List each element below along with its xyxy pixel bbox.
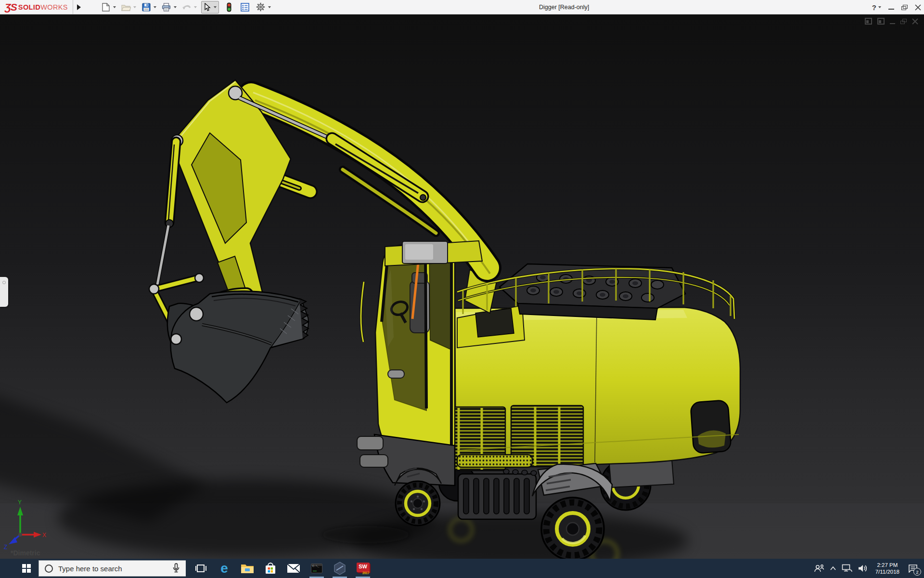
minimize-button[interactable] <box>888 9 894 10</box>
windows-taskbar: Type here to search e <box>0 559 924 578</box>
select-tool-dropdown[interactable] <box>214 6 217 8</box>
bucket-link-pin <box>171 334 181 344</box>
document-close-button[interactable] <box>912 18 918 25</box>
print-icon <box>162 3 171 12</box>
print-button[interactable] <box>161 1 172 13</box>
new-document-button[interactable] <box>100 1 112 13</box>
cortana-icon <box>45 565 53 573</box>
file-properties-icon <box>241 3 249 12</box>
restore-button[interactable] <box>901 5 908 10</box>
save-button[interactable] <box>141 1 152 13</box>
print-dropdown[interactable] <box>174 6 177 8</box>
volume-button[interactable] <box>858 559 868 578</box>
select-cursor-icon <box>204 3 211 12</box>
taskbar-app-file-explorer[interactable] <box>236 559 259 578</box>
task-view-icon <box>195 564 207 573</box>
open-button[interactable] <box>120 1 132 13</box>
front-left-wheel[interactable] <box>396 481 440 525</box>
mail-icon <box>287 564 300 573</box>
triad-x-label: X <box>42 532 46 539</box>
taskbar-app-store[interactable] <box>259 559 282 578</box>
document-minimize-button[interactable] <box>890 23 895 24</box>
close-button[interactable] <box>915 4 921 11</box>
upper-body[interactable] <box>436 305 740 471</box>
chevron-up-icon <box>830 566 836 571</box>
taskbar-app-command-prompt[interactable]: C:\_ <box>305 559 328 578</box>
network-icon <box>842 564 852 573</box>
titlebar: ƷS SOLID WORKS <box>0 0 924 14</box>
solidworks-logo: ƷS SOLID WORKS <box>0 0 73 14</box>
select-tool-button[interactable] <box>201 1 219 13</box>
tray-date: 7/11/2018 <box>875 568 899 575</box>
people-button[interactable] <box>814 559 824 578</box>
clock[interactable]: 2:27 PM 7/11/2018 <box>873 562 901 575</box>
new-document-dropdown[interactable] <box>113 6 116 8</box>
edge-icon: e <box>217 561 231 576</box>
help-button[interactable]: ? <box>872 3 881 12</box>
start-button[interactable] <box>0 559 38 578</box>
view-orientation-label: *Dimetric <box>11 549 40 557</box>
new-document-icon <box>102 3 110 12</box>
options-gear-icon <box>256 2 265 12</box>
help-dropdown[interactable] <box>878 6 881 8</box>
bucket[interactable] <box>171 291 308 403</box>
rear-window <box>690 400 731 453</box>
flyout-expand-icon <box>2 281 6 284</box>
solidworks-logo-glyph: ƷS <box>5 1 17 13</box>
save-floppy-icon <box>142 3 151 12</box>
tray-overflow-button[interactable] <box>830 559 836 578</box>
graphics-viewport[interactable]: X Y Z *Dimetric <box>0 14 924 559</box>
system-tray: 2:27 PM 7/11/2018 2 <box>814 559 924 578</box>
model-canvas[interactable]: X Y Z <box>0 14 924 559</box>
file-explorer-icon <box>241 563 254 574</box>
perforated-step <box>457 455 532 467</box>
rebuild-button[interactable] <box>223 1 235 13</box>
command-prompt-icon: C:\_ <box>311 564 322 573</box>
tray-time: 2:27 PM <box>875 562 899 568</box>
feature-tree-flyout-tab[interactable] <box>0 277 8 307</box>
task-view-button[interactable] <box>190 559 213 578</box>
window-icon[interactable] <box>877 18 885 25</box>
document-restore-button[interactable] <box>900 19 907 24</box>
network-button[interactable] <box>842 559 852 578</box>
options-button[interactable] <box>255 1 267 13</box>
speaker-icon <box>858 564 868 573</box>
solidworks-2017-icon: SW 2017 <box>357 563 370 574</box>
front-right-wheel[interactable] <box>541 498 604 559</box>
store-icon <box>264 562 277 575</box>
standard-toolbar <box>100 1 275 13</box>
hexagon-app-icon <box>334 562 346 575</box>
document-window-controls <box>865 18 918 25</box>
taskbar-app-solidworks[interactable]: SW 2017 <box>351 559 374 578</box>
taskbar-app-edge[interactable]: e <box>213 559 236 578</box>
bucket-pivot-pin <box>190 307 203 321</box>
save-dropdown[interactable] <box>154 6 156 8</box>
notification-badge: 2 <box>913 568 921 576</box>
svg-text:e: e <box>220 561 228 576</box>
new-window-icon[interactable] <box>865 18 872 25</box>
taskbar-app-hexagon[interactable] <box>328 559 351 578</box>
undo-dropdown <box>194 6 197 8</box>
open-folder-icon <box>121 3 131 11</box>
search-placeholder: Type here to search <box>58 565 172 573</box>
undo-arrow-icon <box>182 3 192 11</box>
triad-y-label: Y <box>18 499 22 506</box>
people-icon <box>814 564 824 573</box>
options-dropdown[interactable] <box>268 6 271 8</box>
windows-logo-icon <box>22 564 31 573</box>
undo-button <box>181 1 192 13</box>
taskbar-app-mail[interactable] <box>282 559 305 578</box>
action-center-button[interactable]: 2 <box>907 559 919 578</box>
stick-cylinder <box>157 142 176 287</box>
door-handle <box>388 370 404 378</box>
microphone-icon[interactable] <box>172 563 180 574</box>
document-title: Digger [Read-only] <box>539 0 589 14</box>
taskbar-search[interactable]: Type here to search <box>38 560 186 577</box>
menu-expand-arrow-icon[interactable] <box>77 4 81 10</box>
file-properties-button[interactable] <box>239 1 251 13</box>
rebuild-traffic-light-icon <box>226 2 232 12</box>
open-dropdown <box>133 6 136 8</box>
triad-z-label: Z <box>4 544 7 551</box>
